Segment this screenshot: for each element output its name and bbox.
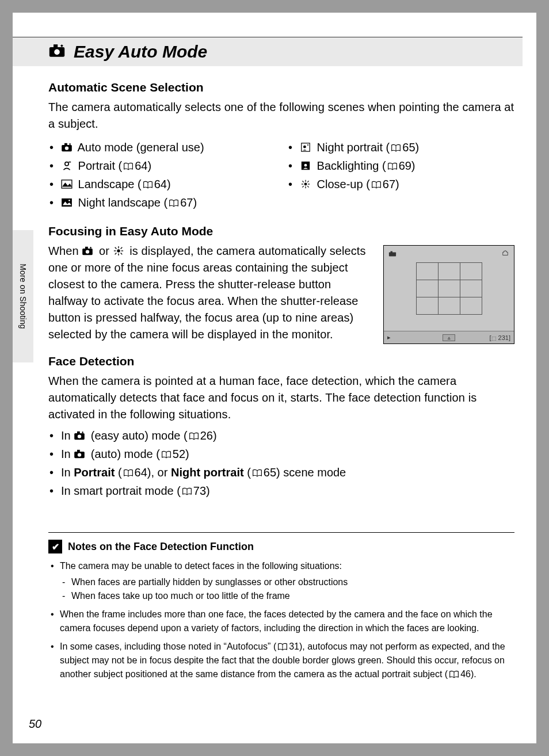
face-detection-item: In (auto) mode (52)	[48, 445, 514, 463]
diagram-up-icon: ▵	[443, 334, 455, 341]
scene-item: Backlighting (69)	[287, 156, 419, 175]
diagram-counter: [⬚ 231]	[489, 334, 510, 341]
scene-item: Night landscape (67)	[48, 193, 253, 212]
scene-item: Close-up (67)	[287, 175, 419, 193]
heading-scene-selection: Automatic Scene Selection	[48, 81, 514, 94]
manual-page: Easy Auto Mode More on Shooting Automati…	[13, 13, 536, 743]
scene-item: Portrait (64)	[48, 156, 253, 175]
face-detection-intro: When the camera is pointed at a human fa…	[48, 373, 514, 423]
page-number: 50	[29, 717, 41, 731]
scene-item: Night portrait (65)	[287, 138, 419, 156]
page-ref-icon	[189, 432, 199, 440]
landscape-icon	[61, 180, 73, 189]
scene-item: Auto mode (general use)	[48, 138, 253, 156]
note-sub-item: When faces are partially hidden by sungl…	[60, 575, 514, 589]
night-portrait-icon	[300, 143, 311, 152]
section-tab-label: More on Shooting	[18, 264, 28, 329]
heading-face-detection: Face Detection	[48, 354, 514, 368]
page-ref-icon	[169, 199, 179, 207]
content-area: Automatic Scene Selection The camera aut…	[48, 72, 514, 686]
scene-item: Landscape (64)	[48, 175, 253, 193]
notes-heading: Notes on the Face Detection Function	[68, 541, 254, 553]
face-detection-item: In Portrait (64), or Night portrait (65)…	[48, 463, 514, 482]
focusing-text: When or is displayed, the camera automat…	[48, 243, 368, 343]
camera-heart-icon	[74, 431, 85, 440]
diagram-play-icon: ▸	[387, 334, 391, 341]
page-ref-icon	[252, 469, 262, 477]
face-detection-list: In (easy auto) mode (26)In (auto) mode (…	[48, 426, 514, 500]
page-ref-icon	[449, 670, 459, 678]
note-item: In some cases, including those noted in …	[48, 640, 514, 681]
camera-heart-icon	[61, 143, 73, 152]
note-sub-item: When faces take up too much or too littl…	[60, 589, 514, 603]
camera-icon	[74, 449, 85, 459]
page-ref-icon	[371, 181, 382, 189]
page-ref-icon	[277, 643, 288, 651]
section-tab: More on Shooting	[13, 230, 33, 362]
heading-focusing: Focusing in Easy Auto Mode	[48, 224, 514, 238]
scene-list: Auto mode (general use) Portrait (64) La…	[48, 138, 514, 212]
close-up-icon	[113, 246, 124, 255]
notes-section: ✔ Notes on the Face Detection Function T…	[48, 532, 514, 681]
night-landscape-icon	[61, 198, 73, 207]
easy-auto-icon	[48, 44, 66, 58]
page-ref-icon	[123, 162, 134, 170]
backlighting-icon	[300, 161, 311, 170]
note-item: When the frame includes more than one fa…	[48, 608, 514, 635]
page-ref-icon	[387, 162, 398, 170]
focus-area-diagram: ▸ [⬚ 231] ▵	[383, 245, 514, 344]
camera-heart-icon	[82, 246, 93, 255]
face-detection-item: In (easy auto) mode (26)	[48, 426, 514, 445]
scene-intro: The camera automatically selects one of …	[48, 99, 514, 132]
diagram-camera-icon	[388, 249, 396, 256]
close-up-icon	[300, 180, 311, 189]
page-ref-icon	[143, 181, 153, 189]
page-title-band: Easy Auto Mode	[13, 37, 523, 66]
diagram-hand-icon	[501, 249, 509, 256]
note-item: The camera may be unable to detect faces…	[48, 559, 514, 603]
face-detection-item: In smart portrait mode (73)	[48, 482, 514, 500]
page-ref-icon	[123, 469, 134, 477]
page-ref-icon	[391, 144, 401, 152]
check-icon: ✔	[48, 540, 62, 553]
page-ref-icon	[161, 450, 171, 459]
portrait-icon	[61, 161, 73, 170]
page-title: Easy Auto Mode	[74, 42, 207, 62]
page-ref-icon	[182, 487, 192, 495]
